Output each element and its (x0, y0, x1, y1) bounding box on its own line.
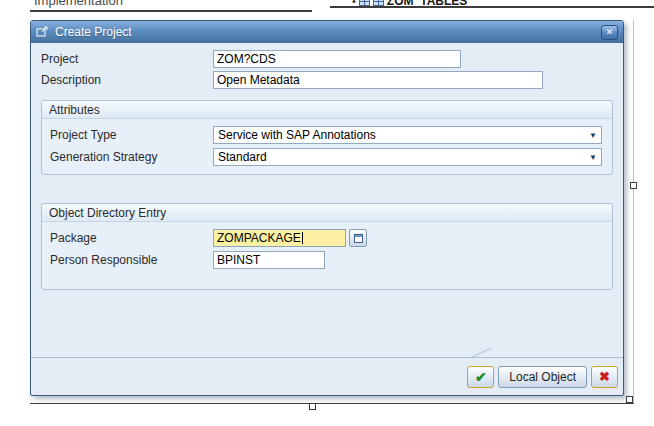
cancel-button[interactable]: ✖ (591, 366, 618, 388)
project-input[interactable]: ZOM?CDS (213, 50, 461, 68)
person-responsible-row: Person Responsible BPINST (50, 249, 604, 271)
focus-mark-left (213, 229, 217, 235)
package-row: Package ZOMPACKAGE (50, 227, 604, 249)
dialog-window-icon (36, 26, 49, 38)
object-directory-group: Object Directory Entry Package ZOMPACKAG… (41, 203, 613, 290)
generation-strategy-dropdown[interactable]: Standard ▼ (213, 148, 602, 166)
chevron-down-icon: ▼ (589, 153, 597, 162)
focus-mark-right (342, 229, 346, 235)
dialog-titlebar[interactable]: Create Project ✕ (31, 21, 623, 43)
background-divider-left (30, 10, 312, 12)
project-type-dropdown[interactable]: Service with SAP Annotations ▼ (213, 126, 602, 144)
attributes-group: Attributes Project Type Service with SAP… (41, 100, 613, 175)
value-help-button[interactable] (349, 229, 367, 247)
background-tree-label: Implementation (34, 0, 123, 8)
person-responsible-input[interactable]: BPINST (213, 251, 325, 269)
value-help-icon (354, 234, 363, 243)
generation-strategy-value: Standard (218, 150, 267, 164)
dialog-body: Project ZOM?CDS Description Open Metadat… (31, 43, 623, 357)
description-input[interactable]: Open Metadata (213, 71, 543, 89)
background-divider-right (330, 6, 654, 8)
dialog-footer: ✔ Local Object ✖ (31, 357, 623, 395)
table-icon (359, 0, 370, 6)
description-label: Description (41, 73, 213, 87)
attributes-group-title: Attributes (42, 101, 612, 119)
text-cursor (302, 232, 303, 244)
confirm-button[interactable]: ✔ (467, 366, 494, 388)
x-icon: ✖ (599, 369, 610, 384)
check-icon: ✔ (475, 369, 487, 385)
package-input[interactable]: ZOMPACKAGE (213, 229, 346, 247)
generation-strategy-label: Generation Strategy (50, 150, 213, 164)
selection-edge-bottom (30, 403, 634, 404)
selection-handle-bottom[interactable] (309, 403, 316, 410)
project-type-label: Project Type (50, 128, 213, 142)
description-value: Open Metadata (217, 73, 300, 87)
package-label: Package (50, 231, 213, 245)
project-label: Project (41, 52, 213, 66)
dialog-title: Create Project (55, 25, 132, 39)
person-responsible-label: Person Responsible (50, 253, 213, 267)
create-project-dialog: Create Project ✕ Project ZOM?CDS Descrip… (30, 20, 624, 396)
table-icon (373, 0, 384, 6)
generation-strategy-row: Generation Strategy Standard ▼ (50, 146, 604, 168)
project-row: Project ZOM?CDS (41, 49, 613, 69)
selection-edge-right (633, 20, 634, 404)
description-row: Description Open Metadata (41, 70, 613, 90)
close-button[interactable]: ✕ (601, 25, 618, 40)
selection-handle-right[interactable] (630, 182, 637, 189)
screen: Implementation • ZOM_TABLES Create Proje… (0, 0, 654, 426)
selection-handle-corner[interactable] (626, 396, 633, 403)
local-object-button[interactable]: Local Object (498, 366, 587, 388)
project-type-value: Service with SAP Annotations (218, 128, 376, 142)
package-value: ZOMPACKAGE (217, 231, 301, 245)
person-responsible-value: BPINST (217, 253, 260, 267)
chevron-down-icon: ▼ (589, 131, 597, 140)
project-type-row: Project Type Service with SAP Annotation… (50, 124, 604, 146)
project-value: ZOM?CDS (217, 52, 276, 66)
object-directory-group-title: Object Directory Entry (42, 204, 612, 222)
